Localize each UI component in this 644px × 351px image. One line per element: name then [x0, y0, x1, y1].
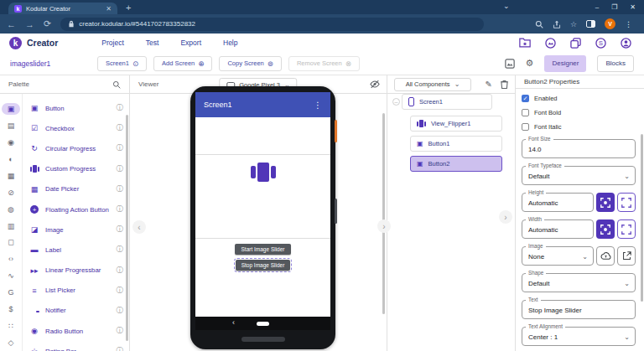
viewer-scrollbar[interactable] — [382, 113, 385, 314]
tab-designer[interactable]: Designer — [544, 55, 586, 72]
tree-item-view-flipper1[interactable]: View_Flipper1 — [410, 116, 502, 132]
palette-item-rating-bar[interactable]: ☆ Rating Bar ⓘ — [23, 341, 129, 351]
expand-components-handle[interactable]: › — [499, 210, 512, 224]
screen-selector-button[interactable]: Screen1 ⊙ — [97, 56, 147, 71]
property-enabled[interactable]: ✓ Enabled — [522, 91, 636, 106]
browser-menu-icon[interactable]: ⋮ — [625, 20, 632, 28]
stop-image-slider-button[interactable]: Stop Image Slider — [236, 260, 291, 271]
info-icon[interactable]: ⓘ — [117, 306, 124, 316]
palette-item-image[interactable]: ◪ Image ⓘ — [23, 219, 129, 240]
gallery-icon[interactable] — [545, 38, 556, 49]
url-box[interactable]: creator.kodular.io/#5441702783352832 — [60, 18, 484, 31]
category-sensors[interactable]: ⊘ — [0, 184, 22, 201]
info-icon[interactable]: ⓘ — [117, 204, 124, 214]
collapse-palette-handle[interactable]: ‹ — [132, 220, 146, 234]
remove-screen-button[interactable]: Remove Screen ⊗ — [288, 56, 360, 71]
phone-empty-section[interactable] — [195, 117, 330, 155]
info-icon[interactable]: ⓘ — [117, 164, 124, 174]
checkbox-unchecked-icon[interactable] — [522, 123, 529, 131]
coins-icon[interactable]: S — [595, 38, 606, 49]
assets-icon[interactable] — [505, 59, 515, 69]
category-storage[interactable]: ▥ — [0, 218, 22, 235]
tree-item-button2[interactable]: ▣ Button2 — [410, 156, 502, 172]
palette-item-custom-progress[interactable]: Custom Progress ⓘ — [23, 159, 129, 179]
palette-item-checkbox[interactable]: ☑ Checkbox ⓘ — [23, 118, 129, 138]
browser-tab[interactable]: k Kodular Creator ✕ — [8, 3, 117, 14]
bookmark-star-icon[interactable]: ☆ — [570, 20, 577, 28]
visibility-toggle-icon[interactable] — [370, 80, 380, 89]
projects-folder-icon[interactable] — [519, 38, 531, 48]
font-size-field[interactable]: Font Size 14.0 — [522, 139, 636, 158]
menu-project[interactable]: Project — [101, 39, 123, 47]
category-user-interface[interactable]: ▣ — [0, 101, 22, 117]
palette-item-button[interactable]: ▣ Button ⓘ — [23, 98, 129, 118]
category-layout[interactable]: ▤ — [0, 117, 22, 134]
shape-select[interactable]: Shape Default ⌄ — [522, 273, 636, 292]
tab-blocks[interactable]: Blocks — [597, 55, 634, 72]
category-maps[interactable]: ▦ — [0, 168, 22, 184]
new-tab-button[interactable]: + — [126, 3, 131, 13]
zoom-search-icon[interactable] — [535, 20, 543, 28]
menu-export[interactable]: Export — [180, 39, 201, 47]
info-icon[interactable]: ⓘ — [117, 123, 124, 133]
info-icon[interactable]: ⓘ — [117, 245, 124, 255]
info-icon[interactable]: ⓘ — [117, 103, 124, 113]
checkbox-checked-icon[interactable]: ✓ — [522, 95, 529, 102]
back-icon[interactable]: ← — [7, 19, 16, 29]
palette-item-circular-progress[interactable]: ↻ Circular Progress ⓘ — [23, 138, 129, 158]
category-utilities[interactable]: ◻ — [0, 235, 22, 251]
copy-screen-button[interactable]: Copy Screen ⊚ — [219, 56, 281, 71]
screens-copy-icon[interactable] — [570, 38, 581, 49]
palette-item-linear-progressbar[interactable]: ▸▸ Linear Progressbar ⓘ — [23, 261, 129, 281]
category-experimental[interactable]: ∷ — [0, 317, 22, 334]
rename-component-icon[interactable]: ✎ — [486, 80, 492, 89]
window-minimize-button[interactable]: – — [595, 4, 599, 11]
category-connectivity[interactable]: ∿ — [0, 267, 22, 284]
info-icon[interactable]: ⓘ — [117, 266, 124, 276]
palette-item-radio-button[interactable]: ◉ Radio Button ⓘ — [23, 321, 129, 341]
reload-icon[interactable]: ⟳ — [44, 18, 51, 29]
palette-item-fab[interactable]: + Floating Action Button ⓘ — [23, 199, 129, 219]
property-font-italic[interactable]: Font Italic — [522, 120, 636, 134]
forward-icon[interactable]: → — [25, 19, 34, 29]
info-icon[interactable]: ⓘ — [117, 225, 124, 235]
palette-scrollbar[interactable] — [126, 115, 128, 341]
height-automatic-button[interactable] — [596, 193, 615, 212]
menu-help[interactable]: Help — [223, 39, 237, 47]
checkbox-unchecked-icon[interactable] — [522, 109, 529, 116]
phone-screen[interactable]: Screen1 ⋮ Start Image Slider Stop Image … — [195, 92, 330, 330]
tree-item-button1[interactable]: ▣ Button1 — [410, 136, 502, 152]
category-drawing-animation[interactable]: ◐ — [0, 151, 22, 168]
menu-test[interactable]: Test — [146, 39, 159, 47]
info-icon[interactable]: ⓘ — [117, 184, 124, 194]
image-upload-button[interactable] — [596, 246, 615, 266]
tree-collapse-icon[interactable]: – — [392, 98, 400, 106]
components-filter-dropdown[interactable]: All Components ⌄ — [394, 78, 471, 91]
text-field[interactable]: Text Stop Image Slider — [522, 300, 636, 319]
palette-item-notifier[interactable]: Notifier ⓘ — [23, 301, 129, 321]
image-select[interactable]: Image None ⌄ — [522, 246, 594, 266]
category-monetization[interactable]: $ — [0, 301, 22, 317]
tab-close-icon[interactable]: ✕ — [106, 5, 112, 13]
view-flipper-placeholder[interactable] — [195, 155, 330, 239]
height-field[interactable]: Height Automatic — [522, 193, 594, 212]
category-google[interactable]: G — [0, 284, 22, 301]
share-icon[interactable] — [553, 20, 561, 28]
info-icon[interactable]: ⓘ — [117, 326, 124, 336]
width-field[interactable]: Width Automatic — [522, 219, 594, 239]
category-dynamic-components[interactable]: ‹› — [0, 250, 22, 267]
font-typeface-select[interactable]: Font Typeface Default ⌄ — [522, 166, 636, 185]
delete-component-icon[interactable] — [501, 80, 508, 89]
tab-search-chevron-icon[interactable]: ⌄ — [503, 2, 510, 10]
palette-search-icon[interactable] — [112, 80, 121, 89]
palette-item-list-picker[interactable]: ≡ List Picker ⓘ — [23, 281, 129, 301]
info-icon[interactable]: ⓘ — [117, 286, 124, 296]
settings-gear-icon[interactable]: ⚙ — [526, 58, 534, 69]
width-automatic-button[interactable] — [596, 219, 615, 239]
palette-item-label[interactable]: ▬ Label ⓘ — [23, 240, 129, 260]
tree-item-screen1[interactable]: Screen1 — [402, 94, 492, 110]
width-fill-parent-button[interactable] — [617, 219, 636, 239]
kodular-logo[interactable]: k — [9, 37, 22, 49]
text-alignment-select[interactable]: Text Alignment Center : 1 ⌄ — [522, 327, 636, 346]
category-media[interactable]: ◉ — [0, 134, 22, 151]
